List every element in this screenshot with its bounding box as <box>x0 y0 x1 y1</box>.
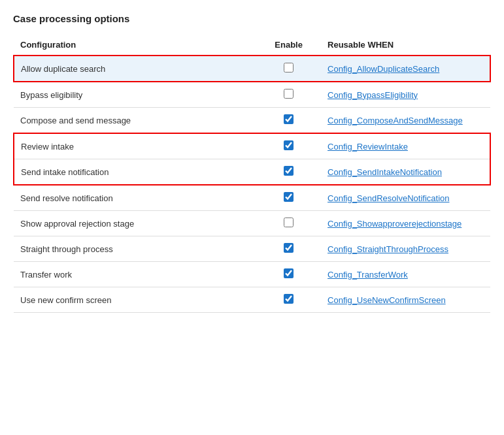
table-row: Straight through processConfig_StraightT… <box>14 236 490 262</box>
config-name-label: Straight through process <box>20 244 113 254</box>
table-header-row: Configuration Enable Reusable WHEN <box>14 36 490 56</box>
reusable-when-link-transfer-work[interactable]: Config_TransferWork <box>328 270 408 280</box>
reusable-when-cell[interactable]: Config_UseNewConfirmScreen <box>321 287 490 313</box>
reusable-when-link-use-new-confirm-screen[interactable]: Config_UseNewConfirmScreen <box>328 295 446 305</box>
enable-cell[interactable] <box>256 82 321 108</box>
reusable-when-cell[interactable]: Config_BypassEligibility <box>321 82 490 108</box>
reusable-when-link-compose-and-send-message[interactable]: Config_ComposeAndSendMessage <box>328 116 463 125</box>
enable-checkbox-compose-and-send-message[interactable] <box>284 114 294 124</box>
table-row: Send intake notificationConfig_SendIntak… <box>14 159 490 185</box>
table-row: Transfer workConfig_TransferWork <box>14 262 490 287</box>
header-enable: Enable <box>256 36 321 56</box>
config-name-cell: Show approval rejection stage <box>14 211 256 236</box>
enable-cell[interactable] <box>256 211 321 236</box>
enable-checkbox-review-intake[interactable] <box>284 140 294 150</box>
reusable-when-cell[interactable]: Config_Showapproverejectionstage <box>321 211 490 236</box>
config-name-cell: Use new confirm screen <box>14 287 256 313</box>
table-row: Bypass eligibilityConfig_BypassEligibili… <box>14 82 490 108</box>
enable-cell[interactable] <box>256 262 321 287</box>
config-name-cell: Review intake <box>14 133 256 159</box>
header-reusable-when: Reusable WHEN <box>321 36 490 56</box>
reusable-when-link-review-intake[interactable]: Config_ReviewIntake <box>328 142 408 152</box>
enable-checkbox-transfer-work[interactable] <box>284 268 294 278</box>
enable-cell[interactable] <box>256 133 321 159</box>
reusable-when-cell[interactable]: Config_StraightThroughProcess <box>321 236 490 262</box>
config-name-label: Use new confirm screen <box>20 295 111 305</box>
config-name-label: Allow duplicate search <box>21 64 105 74</box>
header-configuration: Configuration <box>14 36 256 56</box>
config-name-cell: Bypass eligibility <box>14 82 256 108</box>
config-table: Configuration Enable Reusable WHEN Allow… <box>13 36 491 313</box>
enable-checkbox-send-resolve-notification[interactable] <box>284 192 294 202</box>
config-name-label: Compose and send message <box>20 116 131 125</box>
config-name-label: Transfer work <box>20 270 72 280</box>
enable-checkbox-allow-duplicate-search[interactable] <box>284 63 294 72</box>
config-name-cell: Allow duplicate search <box>14 56 256 82</box>
enable-cell[interactable] <box>256 108 321 134</box>
enable-cell[interactable] <box>256 56 321 82</box>
page-title: Case processing options <box>13 13 491 24</box>
reusable-when-link-bypass-eligibility[interactable]: Config_BypassEligibility <box>328 90 418 100</box>
enable-checkbox-bypass-eligibility[interactable] <box>284 89 294 99</box>
enable-cell[interactable] <box>256 287 321 313</box>
enable-checkbox-straight-through-process[interactable] <box>284 243 294 253</box>
config-name-cell: Compose and send message <box>14 108 256 134</box>
table-row: Use new confirm screenConfig_UseNewConfi… <box>14 287 490 313</box>
enable-cell[interactable] <box>256 159 321 185</box>
config-name-label: Bypass eligibility <box>20 90 82 100</box>
config-name-cell: Send resolve notification <box>14 185 256 211</box>
config-name-label: Send resolve notification <box>20 193 113 203</box>
table-row: Compose and send messageConfig_ComposeAn… <box>14 108 490 134</box>
enable-checkbox-use-new-confirm-screen[interactable] <box>284 294 294 304</box>
config-name-cell: Transfer work <box>14 262 256 287</box>
reusable-when-link-show-approval-rejection-stage[interactable]: Config_Showapproverejectionstage <box>328 219 462 229</box>
enable-cell[interactable] <box>256 185 321 211</box>
reusable-when-cell[interactable]: Config_TransferWork <box>321 262 490 287</box>
reusable-when-cell[interactable]: Config_SendResolveNotification <box>321 185 490 211</box>
reusable-when-link-straight-through-process[interactable]: Config_StraightThroughProcess <box>328 244 448 254</box>
table-row: Send resolve notificationConfig_SendReso… <box>14 185 490 211</box>
config-name-label: Review intake <box>21 142 74 152</box>
table-row: Allow duplicate searchConfig_AllowDuplic… <box>14 56 490 82</box>
reusable-when-cell[interactable]: Config_AllowDuplicateSearch <box>321 56 490 82</box>
config-name-cell: Send intake notification <box>14 159 256 185</box>
reusable-when-link-allow-duplicate-search[interactable]: Config_AllowDuplicateSearch <box>328 64 439 74</box>
table-row: Review intakeConfig_ReviewIntake <box>14 133 490 159</box>
config-name-label: Send intake notification <box>21 167 109 177</box>
config-name-cell: Straight through process <box>14 236 256 262</box>
reusable-when-link-send-intake-notification[interactable]: Config_SendIntakeNotification <box>328 167 442 177</box>
page-container: Case processing options Configuration En… <box>13 13 491 313</box>
config-name-label: Show approval rejection stage <box>20 219 134 229</box>
enable-checkbox-send-intake-notification[interactable] <box>284 166 294 176</box>
enable-checkbox-show-approval-rejection-stage[interactable] <box>284 218 294 227</box>
enable-cell[interactable] <box>256 236 321 262</box>
reusable-when-cell[interactable]: Config_SendIntakeNotification <box>321 159 490 185</box>
reusable-when-cell[interactable]: Config_ReviewIntake <box>321 133 490 159</box>
table-row: Show approval rejection stageConfig_Show… <box>14 211 490 236</box>
reusable-when-cell[interactable]: Config_ComposeAndSendMessage <box>321 108 490 134</box>
reusable-when-link-send-resolve-notification[interactable]: Config_SendResolveNotification <box>328 193 449 203</box>
